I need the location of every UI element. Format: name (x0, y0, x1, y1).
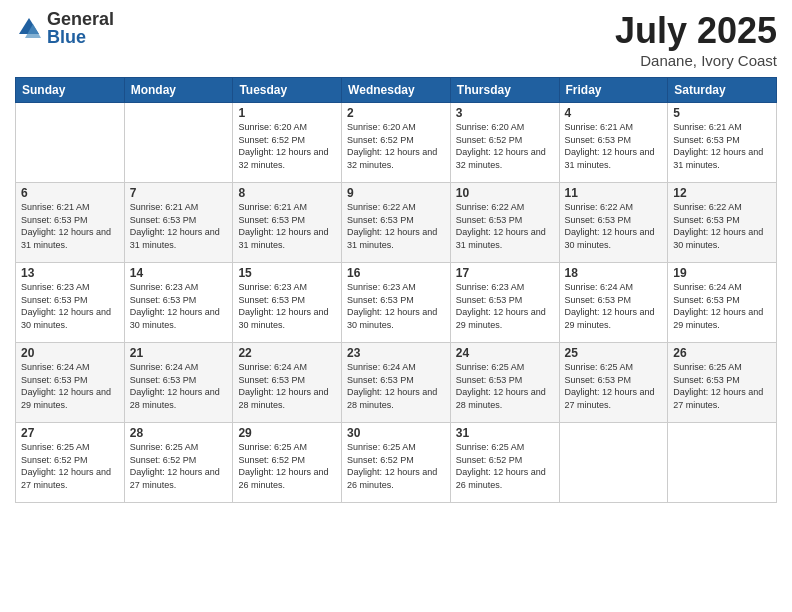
calendar-cell (668, 423, 777, 503)
calendar-day-header: Saturday (668, 78, 777, 103)
calendar-cell: 5Sunrise: 6:21 AM Sunset: 6:53 PM Daylig… (668, 103, 777, 183)
day-info: Sunrise: 6:25 AM Sunset: 6:52 PM Dayligh… (347, 441, 445, 491)
calendar-cell: 6Sunrise: 6:21 AM Sunset: 6:53 PM Daylig… (16, 183, 125, 263)
day-number: 18 (565, 266, 663, 280)
logo-text: General Blue (47, 10, 114, 46)
day-number: 31 (456, 426, 554, 440)
day-info: Sunrise: 6:24 AM Sunset: 6:53 PM Dayligh… (673, 281, 771, 331)
day-number: 12 (673, 186, 771, 200)
calendar-cell: 14Sunrise: 6:23 AM Sunset: 6:53 PM Dayli… (124, 263, 233, 343)
day-info: Sunrise: 6:23 AM Sunset: 6:53 PM Dayligh… (347, 281, 445, 331)
day-info: Sunrise: 6:25 AM Sunset: 6:52 PM Dayligh… (238, 441, 336, 491)
day-number: 13 (21, 266, 119, 280)
logo-blue: Blue (47, 28, 114, 46)
calendar-cell: 16Sunrise: 6:23 AM Sunset: 6:53 PM Dayli… (342, 263, 451, 343)
day-number: 14 (130, 266, 228, 280)
calendar-cell: 31Sunrise: 6:25 AM Sunset: 6:52 PM Dayli… (450, 423, 559, 503)
main-title: July 2025 (615, 10, 777, 52)
calendar-cell: 21Sunrise: 6:24 AM Sunset: 6:53 PM Dayli… (124, 343, 233, 423)
title-block: July 2025 Danane, Ivory Coast (615, 10, 777, 69)
calendar-week-row: 13Sunrise: 6:23 AM Sunset: 6:53 PM Dayli… (16, 263, 777, 343)
calendar-cell: 26Sunrise: 6:25 AM Sunset: 6:53 PM Dayli… (668, 343, 777, 423)
day-number: 21 (130, 346, 228, 360)
calendar-cell: 22Sunrise: 6:24 AM Sunset: 6:53 PM Dayli… (233, 343, 342, 423)
calendar-cell: 4Sunrise: 6:21 AM Sunset: 6:53 PM Daylig… (559, 103, 668, 183)
calendar-cell: 12Sunrise: 6:22 AM Sunset: 6:53 PM Dayli… (668, 183, 777, 263)
calendar-week-row: 20Sunrise: 6:24 AM Sunset: 6:53 PM Dayli… (16, 343, 777, 423)
calendar-cell: 28Sunrise: 6:25 AM Sunset: 6:52 PM Dayli… (124, 423, 233, 503)
calendar-cell: 7Sunrise: 6:21 AM Sunset: 6:53 PM Daylig… (124, 183, 233, 263)
day-number: 16 (347, 266, 445, 280)
day-info: Sunrise: 6:20 AM Sunset: 6:52 PM Dayligh… (238, 121, 336, 171)
calendar-day-header: Wednesday (342, 78, 451, 103)
day-info: Sunrise: 6:25 AM Sunset: 6:52 PM Dayligh… (21, 441, 119, 491)
day-number: 26 (673, 346, 771, 360)
day-number: 19 (673, 266, 771, 280)
day-number: 29 (238, 426, 336, 440)
calendar-cell: 9Sunrise: 6:22 AM Sunset: 6:53 PM Daylig… (342, 183, 451, 263)
day-info: Sunrise: 6:21 AM Sunset: 6:53 PM Dayligh… (238, 201, 336, 251)
logo-icon (15, 14, 43, 42)
calendar-cell: 13Sunrise: 6:23 AM Sunset: 6:53 PM Dayli… (16, 263, 125, 343)
day-number: 30 (347, 426, 445, 440)
day-info: Sunrise: 6:24 AM Sunset: 6:53 PM Dayligh… (565, 281, 663, 331)
calendar-cell: 15Sunrise: 6:23 AM Sunset: 6:53 PM Dayli… (233, 263, 342, 343)
calendar-day-header: Sunday (16, 78, 125, 103)
calendar-cell: 25Sunrise: 6:25 AM Sunset: 6:53 PM Dayli… (559, 343, 668, 423)
calendar-cell: 17Sunrise: 6:23 AM Sunset: 6:53 PM Dayli… (450, 263, 559, 343)
day-number: 23 (347, 346, 445, 360)
day-info: Sunrise: 6:20 AM Sunset: 6:52 PM Dayligh… (347, 121, 445, 171)
day-number: 6 (21, 186, 119, 200)
day-number: 22 (238, 346, 336, 360)
day-info: Sunrise: 6:22 AM Sunset: 6:53 PM Dayligh… (565, 201, 663, 251)
calendar-cell: 11Sunrise: 6:22 AM Sunset: 6:53 PM Dayli… (559, 183, 668, 263)
day-info: Sunrise: 6:21 AM Sunset: 6:53 PM Dayligh… (130, 201, 228, 251)
calendar-week-row: 27Sunrise: 6:25 AM Sunset: 6:52 PM Dayli… (16, 423, 777, 503)
calendar-cell: 19Sunrise: 6:24 AM Sunset: 6:53 PM Dayli… (668, 263, 777, 343)
calendar-day-header: Thursday (450, 78, 559, 103)
calendar-cell: 27Sunrise: 6:25 AM Sunset: 6:52 PM Dayli… (16, 423, 125, 503)
calendar-cell: 20Sunrise: 6:24 AM Sunset: 6:53 PM Dayli… (16, 343, 125, 423)
logo-general: General (47, 10, 114, 28)
calendar-cell: 8Sunrise: 6:21 AM Sunset: 6:53 PM Daylig… (233, 183, 342, 263)
calendar-table: SundayMondayTuesdayWednesdayThursdayFrid… (15, 77, 777, 503)
day-number: 11 (565, 186, 663, 200)
day-info: Sunrise: 6:23 AM Sunset: 6:53 PM Dayligh… (238, 281, 336, 331)
day-number: 7 (130, 186, 228, 200)
calendar-cell (124, 103, 233, 183)
day-number: 5 (673, 106, 771, 120)
logo: General Blue (15, 10, 114, 46)
day-number: 27 (21, 426, 119, 440)
day-info: Sunrise: 6:24 AM Sunset: 6:53 PM Dayligh… (238, 361, 336, 411)
calendar-cell: 24Sunrise: 6:25 AM Sunset: 6:53 PM Dayli… (450, 343, 559, 423)
day-number: 20 (21, 346, 119, 360)
day-info: Sunrise: 6:23 AM Sunset: 6:53 PM Dayligh… (456, 281, 554, 331)
calendar-cell: 29Sunrise: 6:25 AM Sunset: 6:52 PM Dayli… (233, 423, 342, 503)
day-info: Sunrise: 6:24 AM Sunset: 6:53 PM Dayligh… (21, 361, 119, 411)
day-info: Sunrise: 6:25 AM Sunset: 6:52 PM Dayligh… (456, 441, 554, 491)
day-info: Sunrise: 6:21 AM Sunset: 6:53 PM Dayligh… (673, 121, 771, 171)
day-info: Sunrise: 6:22 AM Sunset: 6:53 PM Dayligh… (456, 201, 554, 251)
calendar-cell: 30Sunrise: 6:25 AM Sunset: 6:52 PM Dayli… (342, 423, 451, 503)
day-info: Sunrise: 6:23 AM Sunset: 6:53 PM Dayligh… (130, 281, 228, 331)
subtitle: Danane, Ivory Coast (615, 52, 777, 69)
day-number: 2 (347, 106, 445, 120)
day-number: 9 (347, 186, 445, 200)
day-info: Sunrise: 6:24 AM Sunset: 6:53 PM Dayligh… (130, 361, 228, 411)
calendar-cell: 18Sunrise: 6:24 AM Sunset: 6:53 PM Dayli… (559, 263, 668, 343)
day-info: Sunrise: 6:21 AM Sunset: 6:53 PM Dayligh… (565, 121, 663, 171)
day-info: Sunrise: 6:23 AM Sunset: 6:53 PM Dayligh… (21, 281, 119, 331)
calendar-header-row: SundayMondayTuesdayWednesdayThursdayFrid… (16, 78, 777, 103)
calendar-day-header: Tuesday (233, 78, 342, 103)
calendar-cell: 2Sunrise: 6:20 AM Sunset: 6:52 PM Daylig… (342, 103, 451, 183)
day-info: Sunrise: 6:25 AM Sunset: 6:53 PM Dayligh… (456, 361, 554, 411)
day-info: Sunrise: 6:25 AM Sunset: 6:53 PM Dayligh… (673, 361, 771, 411)
day-info: Sunrise: 6:20 AM Sunset: 6:52 PM Dayligh… (456, 121, 554, 171)
day-info: Sunrise: 6:24 AM Sunset: 6:53 PM Dayligh… (347, 361, 445, 411)
day-number: 28 (130, 426, 228, 440)
calendar-week-row: 6Sunrise: 6:21 AM Sunset: 6:53 PM Daylig… (16, 183, 777, 263)
day-number: 1 (238, 106, 336, 120)
day-number: 4 (565, 106, 663, 120)
day-info: Sunrise: 6:22 AM Sunset: 6:53 PM Dayligh… (673, 201, 771, 251)
calendar-cell: 10Sunrise: 6:22 AM Sunset: 6:53 PM Dayli… (450, 183, 559, 263)
